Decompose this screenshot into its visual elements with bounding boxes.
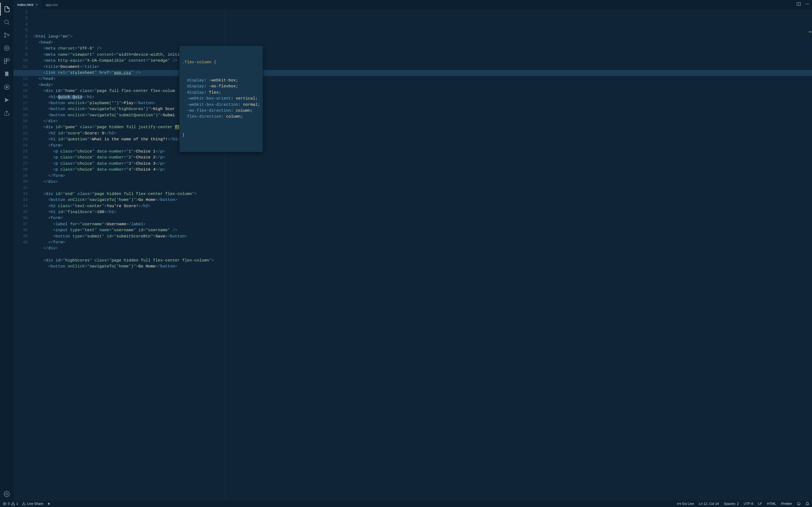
status-live-share[interactable]: Live Share bbox=[22, 502, 43, 506]
svg-point-3 bbox=[8, 35, 9, 36]
tab-label: index.html bbox=[17, 3, 33, 7]
code-line[interactable]: <h1>Quick Quiz</h1> bbox=[33, 94, 812, 100]
code-line[interactable]: <p class="choice" data-number="1">Choice… bbox=[33, 149, 812, 155]
code-line[interactable]: <h1 id="question">What is the name of th… bbox=[33, 136, 812, 143]
code-line[interactable]: <form> bbox=[33, 215, 812, 221]
code-line[interactable]: <meta charset="UTF-8" /> bbox=[33, 46, 812, 52]
code-line[interactable]: </div> bbox=[33, 245, 812, 251]
code-line[interactable]: <title>Document</title> bbox=[33, 64, 812, 70]
code-line[interactable]: <button onclick="navigateTo('highScores'… bbox=[33, 106, 812, 112]
svg-point-12 bbox=[806, 4, 806, 5]
explorer-icon[interactable] bbox=[0, 3, 13, 16]
tab-label: app.css bbox=[46, 3, 58, 7]
status-go-live[interactable]: Go Live bbox=[677, 502, 694, 506]
settings-gear-icon[interactable] bbox=[0, 488, 13, 501]
code-line[interactable]: <p class="choice" data-number="4">Choice… bbox=[33, 167, 812, 173]
status-language[interactable]: HTML bbox=[767, 502, 776, 506]
svg-point-0 bbox=[5, 20, 8, 24]
share-icon[interactable] bbox=[0, 107, 13, 119]
status-problems[interactable]: 0 1 bbox=[3, 502, 18, 506]
code-line[interactable] bbox=[33, 252, 812, 258]
status-feedback-icon[interactable] bbox=[797, 502, 801, 506]
code-line[interactable]: <meta name="viewport" content="width=dev… bbox=[33, 52, 812, 58]
svg-rect-7 bbox=[7, 59, 9, 61]
tab-actions bbox=[796, 0, 812, 9]
split-editor-icon[interactable] bbox=[796, 2, 801, 8]
code-line[interactable]: <html lang="en"> bbox=[33, 34, 812, 40]
extensions-icon[interactable] bbox=[0, 55, 13, 68]
code-line[interactable]: <input type="text" name="username" id="u… bbox=[33, 227, 812, 233]
editor-group: index.html × app.css 2345678910111213141… bbox=[13, 0, 812, 501]
refresh-icon[interactable] bbox=[0, 80, 13, 94]
status-eol[interactable]: LF bbox=[758, 502, 762, 506]
svg-rect-6 bbox=[4, 59, 6, 61]
code-line[interactable]: <button onclick="navigateTo('submitQuest… bbox=[33, 112, 812, 118]
code-line[interactable]: <button onClick="navigateTo('home')">Go … bbox=[33, 264, 812, 270]
todo-icon[interactable] bbox=[0, 94, 13, 107]
svg-rect-8 bbox=[4, 61, 6, 64]
debug-icon[interactable] bbox=[0, 42, 13, 55]
status-cursor-position[interactable]: Ln 12, Col 14 bbox=[699, 502, 719, 506]
status-bar: 0 1 Live Share Go Live Ln 12, Col 14 Spa… bbox=[0, 501, 812, 507]
code-line[interactable]: <link rel="stylesheet" href="app.css" /> bbox=[33, 70, 812, 76]
source-control-icon[interactable] bbox=[0, 29, 13, 42]
code-line[interactable]: <div id="home" class="page full flex-cen… bbox=[33, 88, 812, 94]
code-line[interactable]: <button type="submit" id="submitScoreBtn… bbox=[33, 234, 812, 239]
code-line[interactable]: <h2 id="score">Score: 0</h2> bbox=[33, 130, 812, 136]
svg-point-4 bbox=[4, 46, 9, 51]
status-indentation[interactable]: Spaces: 2 bbox=[724, 502, 739, 506]
svg-rect-5 bbox=[6, 47, 8, 49]
svg-point-1 bbox=[5, 33, 6, 34]
css-hover-tooltip: .flex-column { display: -webkit-box; dis… bbox=[179, 45, 263, 152]
svg-point-16 bbox=[678, 504, 679, 504]
tab-index-html[interactable]: index.html × bbox=[13, 0, 42, 9]
close-icon[interactable]: × bbox=[36, 2, 38, 7]
bookmark-icon[interactable] bbox=[0, 68, 13, 80]
code-line[interactable]: <div id="game" class="page hidden full j… bbox=[33, 124, 812, 130]
svg-point-17 bbox=[797, 502, 800, 505]
code-line[interactable]: <meta http-equiv="X-UA-Compatible" conte… bbox=[33, 58, 812, 64]
code-line[interactable]: <button onClick="navigateTo('home')">Go … bbox=[33, 197, 812, 203]
line-gutter: 2345678910111213141516171819202122232425… bbox=[13, 9, 33, 501]
svg-point-14 bbox=[809, 4, 809, 5]
code-line[interactable]: <h1 id="finalScore">100</h1> bbox=[33, 209, 812, 215]
code-line[interactable]: <div id="end" class="page hidden full fl… bbox=[33, 191, 812, 197]
code-line[interactable]: </form> bbox=[33, 173, 812, 179]
editor[interactable]: 2345678910111213141516171819202122232425… bbox=[13, 9, 812, 501]
code-line[interactable] bbox=[33, 185, 812, 191]
status-bolt-icon[interactable] bbox=[47, 502, 51, 506]
code-line[interactable]: </head> bbox=[33, 76, 812, 82]
code-line[interactable]: <form> bbox=[33, 143, 812, 149]
tab-bar: index.html × app.css bbox=[13, 0, 812, 9]
code-line[interactable]: <div id="highScores" class="page hidden … bbox=[33, 258, 812, 264]
code-line[interactable]: </div> bbox=[33, 179, 812, 185]
code-area[interactable]: .flex-column { display: -webkit-box; dis… bbox=[33, 9, 812, 501]
svg-point-13 bbox=[807, 4, 808, 5]
svg-point-10 bbox=[6, 493, 8, 495]
tab-app-css[interactable]: app.css bbox=[42, 0, 62, 9]
svg-point-2 bbox=[5, 36, 6, 38]
more-icon[interactable] bbox=[805, 2, 810, 8]
status-encoding[interactable]: UTF-8 bbox=[744, 502, 753, 506]
status-bell-icon[interactable] bbox=[806, 502, 809, 506]
code-line[interactable]: </div> bbox=[33, 118, 812, 124]
activity-bar bbox=[0, 0, 13, 501]
code-line[interactable]: <p class="choice" data-number="3">Choice… bbox=[33, 161, 812, 167]
code-line[interactable]: <button onclick="playGame('')">Play</but… bbox=[33, 100, 812, 106]
status-prettier[interactable]: Prettier bbox=[781, 502, 792, 506]
code-line[interactable]: </form> bbox=[33, 239, 812, 245]
code-line[interactable]: <head> bbox=[33, 40, 812, 46]
code-line[interactable]: <label for="username">Username</label> bbox=[33, 221, 812, 227]
code-line[interactable]: <h2 class="text-center">You're Score!</h… bbox=[33, 203, 812, 209]
code-line[interactable]: <p class="choice" data-number="2">Choice… bbox=[33, 155, 812, 161]
search-icon[interactable] bbox=[0, 16, 13, 29]
code-line[interactable]: <body> bbox=[33, 82, 812, 88]
